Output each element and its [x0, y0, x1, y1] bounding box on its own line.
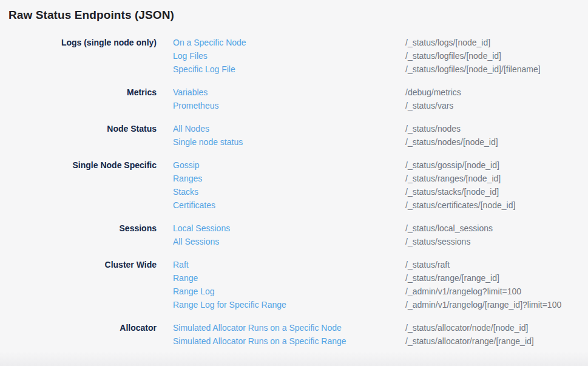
endpoint-link[interactable]: Specific Log File — [173, 63, 235, 76]
endpoint-link[interactable]: All Sessions — [173, 235, 219, 248]
endpoint-link[interactable]: Certificates — [173, 198, 215, 212]
endpoint-links-column: GossipRangesStacksCertificates — [173, 158, 389, 212]
endpoint-links-column: RaftRangeRange LogRange Log for Specific… — [173, 258, 389, 311]
endpoint-link[interactable]: Range Log — [173, 285, 215, 298]
endpoint-links-column: Local SessionsAll Sessions — [173, 222, 389, 248]
endpoint-link[interactable]: Prometheus — [173, 99, 218, 112]
endpoint-link[interactable]: Local Sessions — [173, 222, 230, 235]
endpoint-path: /_status/certificates/[node_id] — [405, 198, 588, 212]
endpoint-links-column: All NodesSingle node status — [173, 122, 389, 149]
endpoint-link[interactable]: Range — [173, 271, 198, 285]
endpoint-paths-column: /_status/raft/_status/range/[range_id]/_… — [405, 258, 588, 311]
endpoint-path: /_status/raft — [405, 258, 588, 271]
endpoint-path: /_status/local_sessions — [405, 222, 588, 235]
endpoint-paths-column: /_status/logs/[node_id]/_status/logfiles… — [405, 36, 588, 76]
endpoint-links-column: VariablesPrometheus — [173, 86, 389, 112]
endpoint-link[interactable]: Simulated Allocator Runs on a Specific N… — [173, 321, 342, 334]
endpoints-page: Raw Status Endpoints (JSON) Logs (single… — [0, 0, 588, 358]
endpoint-path: /_status/vars — [405, 99, 588, 112]
endpoint-path: /_status/gossip/[node_id] — [405, 158, 588, 172]
endpoint-path: /_admin/v1/rangelog/[range_id]?limit=100 — [405, 298, 588, 311]
footer-strip — [0, 351, 588, 366]
endpoint-link[interactable]: Range Log for Specific Range — [173, 298, 286, 311]
page-title: Raw Status Endpoints (JSON) — [8, 8, 588, 22]
endpoint-path: /_status/nodes/[node_id] — [405, 135, 588, 149]
endpoint-paths-column: /debug/metrics/_status/vars — [405, 86, 588, 112]
endpoint-paths-column: /_status/allocator/node/[node_id]/_statu… — [405, 321, 588, 348]
endpoints-table: Logs (single node only)On a Specific Nod… — [8, 36, 588, 358]
endpoint-paths-column: /_status/local_sessions/_status/sessions — [405, 222, 588, 248]
endpoint-link[interactable]: Stacks — [173, 185, 198, 198]
endpoint-path: /_status/logfiles/[node_id]/[filename] — [405, 63, 588, 76]
endpoint-link[interactable]: Gossip — [173, 158, 200, 172]
endpoint-path: /_status/range/[range_id] — [405, 271, 588, 285]
category-label: Node Status — [8, 122, 157, 135]
endpoint-section: Node StatusAll NodesSingle node status/_… — [8, 122, 588, 149]
endpoint-path: /_status/ranges/[node_id] — [405, 172, 588, 185]
endpoint-paths-column: /_status/nodes/_status/nodes/[node_id] — [405, 122, 588, 149]
endpoint-path: /_admin/v1/rangelog?limit=100 — [405, 285, 588, 298]
endpoint-path: /_status/allocator/range/[range_id] — [405, 334, 588, 348]
endpoint-path: /_status/logfiles/[node_id] — [405, 49, 588, 63]
endpoint-path: /_status/nodes — [405, 122, 588, 135]
endpoint-link[interactable]: Log Files — [173, 49, 208, 63]
endpoint-link[interactable]: Raft — [173, 258, 189, 271]
endpoint-section: Single Node SpecificGossipRangesStacksCe… — [8, 158, 588, 212]
endpoint-path: /debug/metrics — [405, 86, 588, 99]
endpoint-link[interactable]: Variables — [173, 86, 208, 99]
endpoint-link[interactable]: All Nodes — [173, 122, 209, 135]
endpoint-link[interactable]: Ranges — [173, 172, 202, 185]
endpoint-path: /_status/logs/[node_id] — [405, 36, 588, 49]
endpoint-section: MetricsVariablesPrometheus/debug/metrics… — [8, 86, 588, 112]
category-label: Cluster Wide — [8, 258, 157, 271]
endpoint-section: Cluster WideRaftRangeRange LogRange Log … — [8, 258, 588, 311]
endpoint-path: /_status/allocator/node/[node_id] — [405, 321, 588, 334]
category-label: Allocator — [8, 321, 157, 334]
endpoint-link[interactable]: Simulated Allocator Runs on a Specific R… — [173, 334, 346, 348]
endpoint-link[interactable]: Single node status — [173, 135, 243, 149]
category-label: Single Node Specific — [8, 158, 157, 172]
endpoint-section: AllocatorSimulated Allocator Runs on a S… — [8, 321, 588, 348]
endpoint-links-column: On a Specific NodeLog FilesSpecific Log … — [173, 36, 389, 76]
category-label: Sessions — [8, 222, 157, 235]
endpoint-links-column: Simulated Allocator Runs on a Specific N… — [173, 321, 389, 348]
endpoint-section: Logs (single node only)On a Specific Nod… — [8, 36, 588, 76]
endpoint-path: /_status/stacks/[node_id] — [405, 185, 588, 198]
endpoint-paths-column: /_status/gossip/[node_id]/_status/ranges… — [405, 158, 588, 212]
category-label: Logs (single node only) — [8, 36, 157, 49]
endpoint-link[interactable]: On a Specific Node — [173, 36, 246, 49]
endpoint-section: SessionsLocal SessionsAll Sessions/_stat… — [8, 222, 588, 248]
endpoint-path: /_status/sessions — [405, 235, 588, 248]
category-label: Metrics — [8, 86, 157, 99]
